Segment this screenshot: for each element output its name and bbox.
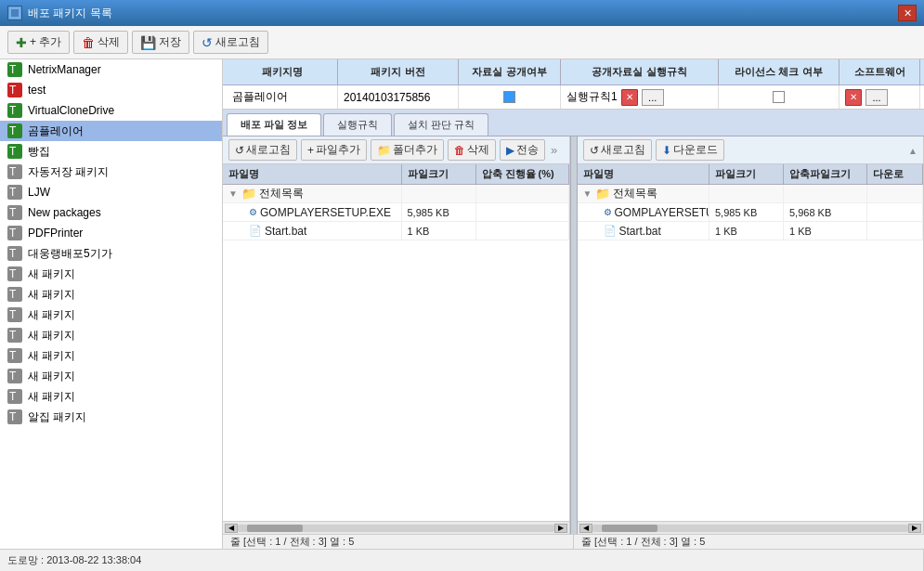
sidebar-item-zipkg[interactable]: T 알집 패키지 — [0, 407, 222, 427]
pkg-version-cell: 20140103175856 — [338, 85, 459, 109]
lp-delete-label: 삭제 — [467, 142, 489, 158]
svg-text:T: T — [9, 349, 17, 362]
pkg-icon-red: T — [7, 83, 22, 97]
sidebar-label: PDFPrinter — [28, 227, 83, 240]
right-file1-size: 5,985 KB — [709, 203, 784, 221]
exec-rule-select-btn[interactable]: ... — [642, 89, 664, 106]
pkg-license-cell — [719, 85, 839, 109]
lp-delete-btn[interactable]: 🗑 삭제 — [448, 139, 496, 161]
sidebar-label: 새 패키지 — [28, 287, 75, 303]
rp-root-folder-name: 전체목록 — [613, 186, 657, 201]
delete-icon: 🗑 — [82, 35, 95, 50]
right-panel: 패키지명 패키지 버전 자료실 공개여부 공개자료실 실행규칙 라이선스 체크 … — [223, 59, 924, 549]
svg-text:T: T — [9, 390, 17, 403]
pkg-icon-gray3: T — [7, 205, 22, 220]
col-pkg-name: 패키지명 — [227, 59, 338, 84]
sidebar-item-pdf[interactable]: T PDFPrinter — [0, 223, 222, 243]
software-delete-btn[interactable]: ✕ — [845, 89, 862, 106]
lp-more-icon: » — [551, 143, 557, 157]
save-button[interactable]: 💾 저장 — [132, 31, 189, 54]
add-button[interactable]: ✚ + 추가 — [7, 31, 70, 54]
sidebar-item-test[interactable]: T test — [0, 80, 222, 100]
right-scroll-right[interactable]: ▶ — [908, 524, 921, 533]
refresh-button[interactable]: ↺ 새로고침 — [193, 31, 268, 54]
sidebar-item-new3[interactable]: T 새 패키지 — [0, 305, 222, 325]
left-scroll-right[interactable]: ▶ — [554, 524, 567, 533]
sidebar-item-autodeploy[interactable]: T 자동저장 패키지 — [0, 162, 222, 182]
rp-refresh-label: 새로고침 — [601, 142, 645, 158]
pkg-icon-gray4: T — [7, 226, 22, 240]
right-file2-dl — [867, 222, 923, 240]
license-checkbox[interactable] — [773, 91, 785, 103]
left-h-scrollbar[interactable]: ◀ ▶ — [223, 521, 569, 534]
pkg-icon-gray7: T — [7, 287, 22, 302]
sidebar-item-new1[interactable]: T 새 패키지 — [0, 264, 222, 284]
pkg-icon-gray2: T — [7, 185, 22, 200]
sidebar-item-new5[interactable]: T 새 패키지 — [0, 345, 222, 366]
add-label: + 추가 — [30, 34, 61, 50]
lp-refresh-btn[interactable]: ↺ 새로고침 — [228, 139, 297, 161]
root-folder-name: 전체목록 — [259, 186, 304, 201]
sidebar-item-new7[interactable]: T 새 패키지 — [0, 386, 222, 407]
sidebar-item-virtual[interactable]: T VirtualCloneDrive — [0, 100, 222, 121]
rp-folder-icon: 📁 — [595, 187, 610, 201]
sidebar-label: LJW — [28, 186, 50, 199]
left-scroll-track — [238, 525, 554, 532]
rp-download-icon: ⬇ — [662, 144, 671, 157]
close-button[interactable]: ✕ — [898, 5, 917, 21]
pkg-icon-gray: T — [7, 164, 22, 179]
sidebar-item-newpkg[interactable]: T New packages — [0, 202, 222, 223]
rh-download: 다운로 — [867, 164, 923, 184]
lp-addfolder-btn[interactable]: 📁 폴더추가 — [371, 139, 444, 161]
right-scroll-left[interactable]: ◀ — [579, 524, 592, 533]
rp-expand-icon: ▼ — [583, 188, 592, 199]
tab-exec-rule[interactable]: 실행규칙 — [323, 113, 392, 136]
right-root-folder: ▼ 📁 전체목록 — [578, 185, 924, 203]
exec-rule-delete-btn[interactable]: ✕ — [621, 89, 638, 106]
sidebar-item-daewoong[interactable]: T 대웅랭배포5기가 — [0, 243, 222, 264]
right-scroll-thumb — [602, 525, 657, 532]
lp-addfile-btn[interactable]: + 파일추가 — [301, 139, 367, 161]
sidebar-item-gomplay[interactable]: T 곰플레이어 — [0, 121, 222, 141]
rp-scroll-indicator: ▲ — [908, 144, 917, 157]
tab-deploy-info[interactable]: 배포 파일 정보 — [227, 113, 321, 136]
save-icon: 💾 — [140, 35, 156, 50]
lp-addfolder-icon: 📁 — [377, 144, 391, 157]
lp-transfer-label: 전송 — [516, 142, 539, 158]
rp-refresh-icon: ↺ — [590, 144, 599, 157]
sidebar-item-netrix[interactable]: T NetrixManager — [0, 59, 222, 80]
rp-download-btn[interactable]: ⬇ 다운로드 — [656, 139, 724, 161]
exe-icon: ⚙ — [249, 207, 257, 217]
sidebar-item-new2[interactable]: T 새 패키지 — [0, 284, 222, 305]
right-status: 줄 [선택 : 1 / 전체 : 3] 열 : 5 — [574, 535, 924, 549]
sidebar-label: VirtualCloneDrive — [28, 104, 114, 117]
svg-text:T: T — [9, 329, 17, 342]
left-file2-size: 1 KB — [402, 222, 476, 240]
rh-compressed: 압축파일크기 — [784, 164, 867, 184]
software-select-btn[interactable]: ... — [865, 89, 888, 106]
add-icon: ✚ — [16, 35, 27, 50]
sidebar-item-ljw[interactable]: T LJW — [0, 182, 222, 202]
sidebar-item-new4[interactable]: T 새 패키지 — [0, 325, 222, 345]
pkg-public-cell — [459, 85, 561, 109]
lp-addfile-icon: + — [307, 144, 314, 157]
svg-text:T: T — [9, 104, 17, 117]
left-file1-name: ⚙ GOMPLAYERSETUP.EXE — [223, 203, 402, 221]
sidebar-item-new6[interactable]: T 새 패키지 — [0, 366, 222, 386]
sidebar-label: 새 패키지 — [28, 328, 75, 344]
table-row: ⚙ GOMPLAYERSETUP.EXE 5,985 KB 5,968 KB — [578, 203, 924, 222]
sidebar-label: 빵집 — [28, 144, 50, 160]
right-file-table-header: 파일명 파일크기 압축파일크기 다운로 — [578, 164, 924, 185]
rp-refresh-btn[interactable]: ↺ 새로고침 — [583, 139, 652, 161]
sidebar-item-bread[interactable]: T 빵집 — [0, 141, 222, 162]
right-file-list: ▼ 📁 전체목록 ⚙ GOMPLAYERS — [578, 185, 924, 521]
right-h-scrollbar[interactable]: ◀ ▶ — [578, 521, 924, 534]
tab-install-rule[interactable]: 설치 판단 규칙 — [394, 113, 488, 136]
lp-transfer-btn[interactable]: ▶ 전송 — [500, 139, 545, 161]
delete-button[interactable]: 🗑 삭제 — [73, 31, 128, 54]
left-file-list: ▼ 📁 전체목록 ⚙ GOMPLAYERSETUP.EXE — [223, 185, 569, 521]
col-exec-rule: 공개자료실 실행규칙 — [561, 59, 719, 84]
public-checkbox[interactable] — [503, 91, 515, 103]
left-scroll-left[interactable]: ◀ — [225, 524, 238, 533]
lp-addfile-label: 파일추가 — [316, 142, 360, 158]
